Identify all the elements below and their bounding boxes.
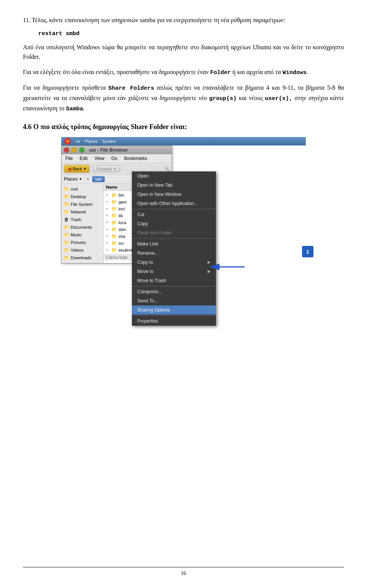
ctx-open-new-window-label: Open in New Window [137,192,181,197]
expand-icon: + [106,227,110,231]
ctx-sharing-options-label: Sharing Options [137,307,170,313]
page-footer: 16 [23,567,344,577]
ctx-copy[interactable]: Copy [132,219,216,228]
para3-text3: και νέους [237,95,265,101]
menu-go[interactable]: Go [110,155,119,162]
ctx-compress-label: Compress... [137,289,162,294]
sidebar-item-downloads[interactable]: 📁 Downloads [62,254,103,262]
file-name: incl [119,207,125,211]
section11-para1: Από ένα υπολογιστή Windows τώρα θα μπορε… [23,42,344,62]
places-button[interactable]: Places ▼ [64,176,82,182]
ctx-sep4 [132,315,216,316]
folder-icon: 📁 [111,227,117,232]
ctx-rename[interactable]: Rename... [132,249,216,258]
ctx-copy-label: Copy [137,221,148,226]
badge-number: 1 [306,249,309,255]
ctx-open-other-app[interactable]: Open with Other Application... [132,199,216,208]
sidebar-label-root: root [71,187,78,191]
folder-icon-downloads: 📁 [64,255,69,260]
expand-icon: + [106,234,110,238]
para2-code2: Windows [283,69,307,76]
location-close-icon[interactable]: ✕ [86,176,90,182]
sidebar-label-videos: Videos [71,248,83,252]
ctx-open[interactable]: Open [132,171,216,181]
taskbar-system: System [102,139,116,144]
sidebar-item-pictures[interactable]: 📁 Pictures [62,239,103,246]
ctx-move-to-trash[interactable]: Move to Trash [132,276,216,285]
file-name: gam [119,200,127,204]
ctx-open-new-tab-label: Open in New Tab [137,183,172,188]
section11-heading: 11. Τέλος, κάντε επανεκκίνηση των υπηρεσ… [23,15,344,25]
maximize-button[interactable] [79,147,84,153]
expand-icon: + [106,200,110,204]
para2-code1: Folder [210,69,231,76]
ctx-make-link[interactable]: Make Link [132,239,216,249]
menu-file[interactable]: File [64,155,74,162]
ctx-sharing-options[interactable]: Sharing Options [132,305,216,315]
sidebar-item-filesystem[interactable]: 📁 File System [62,200,103,208]
ctx-open-new-tab[interactable]: Open in New Tab [132,181,216,190]
para3-code2: group(s) [209,95,237,102]
close-button[interactable] [64,147,69,153]
sidebar-item-videos[interactable]: 📁 Videos [62,246,103,254]
ctx-properties[interactable]: Properties [132,317,216,326]
sidebar-label-music: Music [71,233,82,237]
folder-icon-desktop: 📁 [64,194,69,199]
folder-icon-root: 📁 [64,186,69,192]
sidebar-item-documents[interactable]: 📁 Documents [62,223,103,231]
expand-icon: + [106,248,110,252]
fwd-dropdown-icon: ▼ [113,167,117,171]
menu-bookmarks[interactable]: Bookmarks [123,155,149,162]
ctx-open-new-window[interactable]: Open in New Window [132,190,216,199]
sidebar-label-network: Network [71,210,86,214]
page-number: 16 [181,570,186,576]
ctx-copy-to[interactable]: Copy to ▶ [132,258,216,267]
folder-icon: 📁 [111,192,117,198]
sidebar-label-documents: Documents [71,225,92,229]
back-arrow-icon: ◀ [67,166,71,172]
file-name: bin [119,193,124,197]
para3-code3: user(s), [265,95,292,102]
file-name: src [119,241,124,246]
folder-icon: 📁 [111,206,117,212]
sidebar-label-trash: Trash [71,217,81,222]
ctx-cut[interactable]: Cut [132,210,216,219]
para2-text3: . [307,69,308,75]
ctx-copy-to-label: Copy to [137,260,153,265]
places-arrow-icon: ▼ [79,177,82,181]
sidebar-item-desktop[interactable]: 📁 Desktop [62,193,103,200]
col-name: Name [106,185,117,189]
sidebar-label-filesystem: File System [71,202,93,207]
menu-edit[interactable]: Edit [78,155,89,162]
sidebar-item-music[interactable]: 📁 Music [62,231,103,239]
menu-view[interactable]: View [93,155,106,162]
para3-text1: Για να δημιουργήσετε πρόσθετα [23,84,108,91]
page-content: 11. Τέλος, κάντε επανεκκίνηση των υπηρεσ… [0,0,367,313]
ctx-paste-label: Paste Into Folder [137,230,172,236]
fb-titlebar: usr - File Browser [62,146,172,154]
folder-icon: 📁 [111,220,117,225]
ctx-make-link-label: Make Link [137,241,158,247]
fb-menubar: File Edit View Go Bookmarks [62,154,172,163]
ctx-send-to-label: Send To... [137,298,158,304]
ctx-compress[interactable]: Compress... [132,287,216,296]
taskbar-ns: ns [76,139,80,144]
folder-icon: 📁 [111,234,117,239]
zoom-icon: 🔍 [164,166,169,171]
ctx-move-to[interactable]: Move to ▶ [132,267,216,276]
ctx-move-to-label: Move to [137,269,154,274]
minimize-button[interactable] [71,147,77,153]
sidebar-item-trash[interactable]: 🗑 Trash [62,216,103,223]
sidebar-item-network[interactable]: 📁 Network [62,208,103,216]
para3-code4: Samba [66,106,83,112]
folder-icon-music: 📁 [64,232,69,237]
sidebar-item-root[interactable]: 📁 root [62,185,103,193]
file-name: sha [119,234,125,239]
back-button[interactable]: ◀ Back ▼ [64,165,90,173]
ctx-send-to[interactable]: Send To... [132,296,216,305]
forward-button[interactable]: Forward ▼ [93,165,120,172]
file-name: loca [119,220,126,225]
expand-icon: + [106,193,110,197]
location-folder-badge: usr [92,176,105,182]
ctx-paste[interactable]: Paste Into Folder [132,228,216,237]
